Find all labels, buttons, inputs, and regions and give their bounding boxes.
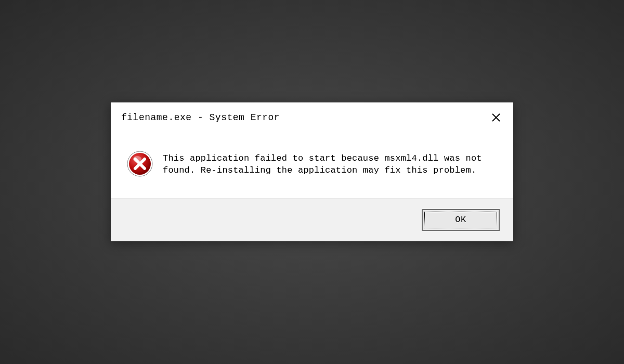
dialog-button-area: OK (111, 198, 513, 241)
dialog-titlebar: filename.exe - System Error (111, 102, 513, 127)
close-button[interactable] (489, 111, 503, 124)
error-dialog: filename.exe - System Error (111, 102, 513, 241)
dialog-content: This application failed to start because… (111, 127, 513, 198)
error-message: This application failed to start because… (163, 152, 496, 177)
dialog-title: filename.exe - System Error (121, 112, 280, 123)
ok-button[interactable]: OK (422, 209, 500, 231)
close-icon (491, 112, 501, 123)
error-icon (126, 150, 153, 177)
